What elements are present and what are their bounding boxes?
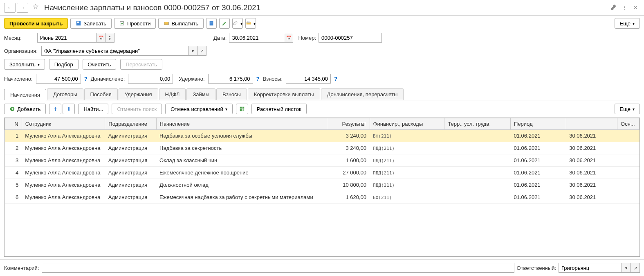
tab-benefits[interactable]: Пособия	[84, 88, 118, 100]
cell-period-start: 01.06.2021	[511, 191, 566, 204]
cancel-search-button: Отменить поиск	[112, 104, 162, 114]
responsible-dropdown-icon[interactable]: ▾	[622, 263, 631, 273]
tab-contributions[interactable]: Взносы	[216, 88, 247, 100]
move-down-button[interactable]: ⬇	[63, 104, 75, 114]
cell-employee: Муленко Алла Александровна	[22, 154, 105, 167]
close-icon[interactable]: ✕	[633, 5, 640, 11]
cell-territory	[444, 142, 511, 154]
extra-value[interactable]	[128, 74, 173, 84]
cell-n: 3	[5, 154, 22, 167]
col-period-end[interactable]	[566, 118, 617, 130]
cell-period-end: 30.06.2021	[566, 130, 617, 142]
col-result[interactable]: Результат	[327, 118, 370, 130]
org-open-icon[interactable]: ↗	[197, 46, 206, 56]
withheld-help-icon[interactable]: ?	[256, 76, 260, 82]
fill-button[interactable]: Заполнить	[4, 59, 45, 70]
add-row-button[interactable]: Добавить	[4, 104, 46, 114]
cell-territory	[444, 154, 511, 167]
table-row[interactable]: 2 Муленко Алла Александровна Администрац…	[5, 142, 640, 154]
month-input[interactable]	[37, 33, 96, 43]
grid-settings-button[interactable]	[236, 104, 248, 114]
pay-button[interactable]: Выплатить	[158, 18, 204, 29]
tabs: Начисления Договоры Пособия Удержания НД…	[4, 88, 640, 100]
clear-button[interactable]: Очистить	[83, 59, 117, 70]
tab-loans[interactable]: Займы	[186, 88, 215, 100]
comment-input[interactable]	[42, 263, 514, 273]
cell-basis	[617, 130, 640, 142]
attachment-button[interactable]	[232, 18, 243, 29]
add-label: Добавить	[17, 106, 40, 112]
table-row[interactable]: 1 Муленко Алла Александровна Администрац…	[5, 130, 640, 142]
responsible-open-icon[interactable]: ↗	[631, 263, 640, 273]
svg-rect-3	[164, 22, 169, 25]
move-up-button[interactable]: ⬆	[49, 104, 61, 114]
number-input[interactable]	[319, 33, 382, 43]
tab-recalc[interactable]: Доначисления, перерасчеты	[321, 88, 404, 100]
cell-result: 3 240,00	[327, 130, 370, 142]
nav-forward-button[interactable]: →	[17, 3, 28, 13]
svg-rect-11	[242, 107, 244, 109]
org-input[interactable]	[41, 46, 188, 56]
accrued-help-icon[interactable]: ?	[84, 76, 88, 82]
table-row[interactable]: 6 Муленко Алла Александровна Администрац…	[5, 191, 640, 204]
org-dropdown-icon[interactable]: ▾	[188, 46, 197, 56]
cell-period-end: 30.06.2021	[566, 167, 617, 179]
cell-basis	[617, 142, 640, 154]
report-button[interactable]	[206, 18, 217, 29]
col-n[interactable]: N	[5, 118, 22, 130]
nav-back-button[interactable]: ←	[4, 3, 16, 13]
edit-button[interactable]	[219, 18, 230, 29]
table-row[interactable]: 5 Муленко Алла Александровна Администрац…	[5, 179, 640, 191]
table-row[interactable]: 3 Муленко Алла Александровна Администрац…	[5, 154, 640, 167]
tab-contracts[interactable]: Договоры	[47, 88, 83, 100]
accrued-value[interactable]	[36, 74, 81, 84]
month-stepper[interactable]: ▲▼	[105, 33, 114, 43]
payslip-button[interactable]: Расчетный листок	[251, 104, 307, 114]
tab-deductions[interactable]: Удержания	[119, 88, 158, 100]
date-input[interactable]	[229, 33, 284, 43]
calendar-icon[interactable]: 📅	[96, 33, 105, 43]
cell-basis	[617, 191, 640, 204]
favorite-star-icon[interactable]	[33, 4, 41, 12]
cell-n: 4	[5, 167, 22, 179]
cell-financing: ПДД(211)	[370, 154, 444, 167]
cell-period-end: 30.06.2021	[566, 179, 617, 191]
col-employee[interactable]: Сотрудник	[22, 118, 105, 130]
print-button[interactable]	[245, 18, 256, 29]
extra-label: Доначислено:	[91, 76, 125, 82]
pick-button[interactable]: Подбор	[49, 59, 79, 70]
tab-ndfl[interactable]: НДФЛ	[159, 88, 186, 100]
col-period[interactable]: Период	[511, 118, 566, 130]
more-vertical-icon[interactable]: ⋮	[622, 5, 628, 11]
cell-result: 1 600,00	[327, 154, 370, 167]
more-button[interactable]: Еще	[615, 18, 640, 29]
col-basis[interactable]: Осн...	[617, 118, 640, 130]
cancel-fix-button[interactable]: Отмена исправлений	[165, 104, 233, 114]
cell-n: 5	[5, 179, 22, 191]
cell-employee: Муленко Алла Александровна	[22, 191, 105, 204]
date-calendar-icon[interactable]: 📅	[284, 33, 293, 43]
col-accrual[interactable]: Начисление	[156, 118, 327, 130]
cell-financing: ПДД(211)	[370, 142, 444, 154]
contrib-help-icon[interactable]: ?	[334, 76, 337, 82]
link-icon[interactable]	[610, 5, 617, 11]
tab-more-button[interactable]: Еще	[615, 104, 640, 114]
tab-accruals[interactable]: Начисления	[4, 89, 46, 100]
table-row[interactable]: 4 Муленко Алла Александровна Администрац…	[5, 167, 640, 179]
responsible-input[interactable]	[559, 263, 622, 273]
cell-territory	[444, 130, 511, 142]
col-department[interactable]: Подразделение	[105, 118, 156, 130]
withheld-value[interactable]	[208, 74, 253, 84]
post-button[interactable]: Провести	[114, 18, 156, 29]
save-button[interactable]: Записать	[70, 18, 112, 29]
post-and-close-button[interactable]: Провести и закрыть	[4, 18, 68, 29]
col-territory[interactable]: Терр., усл. труда	[444, 118, 511, 130]
date-label: Дата:	[213, 35, 227, 41]
find-button[interactable]: Найти...	[78, 104, 108, 114]
tab-corrections[interactable]: Корректировки выплаты	[248, 88, 320, 100]
pay-label: Выплатить	[171, 20, 198, 27]
accrued-label: Начислено:	[4, 76, 33, 82]
col-financing[interactable]: Финансир., расходы	[370, 118, 444, 130]
save-label: Записать	[83, 20, 106, 27]
contrib-value[interactable]	[286, 74, 331, 84]
